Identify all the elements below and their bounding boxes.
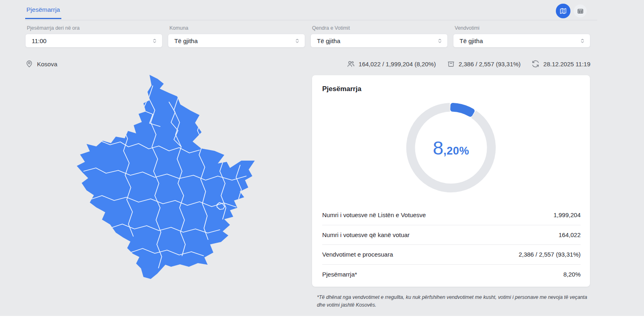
row-value: 2,386 / 2,557 (93,31%) <box>518 251 581 258</box>
row-label: Pjesëmarrja* <box>322 271 357 278</box>
chevron-updown-icon <box>294 37 301 44</box>
refresh-icon <box>531 60 540 68</box>
location-label: Kosova <box>37 61 57 68</box>
stats-table: Numri i votuesve në Listën e Votuesve 1,… <box>322 205 581 284</box>
table-row: Vendvotimet e procesuara 2,386 / 2,557 (… <box>322 245 581 265</box>
map-icon <box>559 7 567 15</box>
filter-vendvotimi-label: Vendvotimi <box>453 25 590 31</box>
vendvotimi-select-value: Të gjitha <box>460 37 483 44</box>
tab-bar: Pjesëmarrja <box>25 0 597 20</box>
filter-hour-label: Pjesëmarrja deri në ora <box>25 25 163 31</box>
table-row: Numri i votuesve që kanë votuar 164,022 <box>322 225 581 245</box>
filter-komuna-label: Komuna <box>168 25 305 31</box>
filter-row: Pjesëmarrja deri në ora 11:00 Komuna Të … <box>25 25 590 48</box>
filter-vendvotimi: Vendvotimi Të gjitha <box>453 25 590 48</box>
hour-select[interactable]: 11:00 <box>25 34 163 48</box>
filter-qendra-label: Qendra e Votimit <box>310 25 448 31</box>
ballot-box-icon <box>447 60 455 68</box>
table-icon <box>577 8 584 15</box>
qendra-select-value: Të gjitha <box>317 37 340 44</box>
table-view-button[interactable] <box>574 4 587 17</box>
participation-dashboard: Pjesëmarrja Pjesëmarrja deri në ora <box>0 0 644 318</box>
komuna-select-value: Të gjitha <box>174 37 198 44</box>
pin-icon <box>25 60 33 68</box>
voters-stat: 164,022 / 1,999,204 (8,20%) <box>347 60 436 68</box>
vendvotimi-select[interactable]: Të gjitha <box>453 34 590 48</box>
card-title: Pjesëmarrja <box>322 85 581 93</box>
filter-komuna: Komuna Të gjitha <box>168 25 305 48</box>
location-indicator: Kosova <box>25 60 57 68</box>
map-view-button[interactable] <box>556 4 570 18</box>
info-bar: Kosova 164,022 / 1,999,204 (8,20%) <box>25 58 590 70</box>
donut-percent-int: 8 <box>433 137 443 159</box>
chevron-updown-icon <box>579 37 586 44</box>
country-shape <box>77 75 255 279</box>
row-value: 8,20% <box>563 271 581 278</box>
row-value: 164,022 <box>559 231 581 238</box>
donut-center-label: 8,20% <box>403 100 499 196</box>
komuna-select[interactable]: Të gjitha <box>168 34 305 48</box>
voters-stat-value: 164,022 / 1,999,204 (8,20%) <box>359 61 436 68</box>
filter-qendra: Qendra e Votimit Të gjitha <box>310 25 448 48</box>
filter-hour: Pjesëmarrja deri në ora 11:00 <box>25 25 163 48</box>
donut-percent-frac: ,20% <box>443 145 469 157</box>
last-update-value: 28.12.2025 11:19 <box>543 61 590 68</box>
stations-stat: 2,386 / 2,557 (93,31%) <box>447 60 521 68</box>
participation-donut-chart: 8,20% <box>403 100 499 196</box>
kosovo-map[interactable] <box>72 74 262 282</box>
hour-select-value: 11:00 <box>32 37 46 44</box>
view-toggle-group <box>556 4 587 18</box>
qendra-select[interactable]: Të gjitha <box>310 34 448 48</box>
bottom-strip <box>0 316 644 318</box>
footnote: *Të dhënat nga vendvotimet e rregullta, … <box>317 294 588 309</box>
row-label: Vendvotimet e procesuara <box>322 251 393 258</box>
last-update: 28.12.2025 11:19 <box>531 60 590 68</box>
row-label: Numri i votuesve në Listën e Votuesve <box>322 211 426 218</box>
summary-stats: 164,022 / 1,999,204 (8,20%) 2,386 / 2,55… <box>347 60 590 68</box>
row-label: Numri i votuesve që kanë votuar <box>322 231 410 238</box>
table-row: Numri i votuesve në Listën e Votuesve 1,… <box>322 205 581 225</box>
stations-stat-value: 2,386 / 2,557 (93,31%) <box>459 61 521 68</box>
tab-pjesemarrja[interactable]: Pjesëmarrja <box>25 0 61 19</box>
table-row: Pjesëmarrja* 8,20% <box>322 265 581 285</box>
chevron-updown-icon <box>151 37 158 44</box>
row-value: 1,999,204 <box>553 211 581 218</box>
users-icon <box>347 60 355 68</box>
chevron-updown-icon <box>436 37 443 44</box>
participation-card: Pjesëmarrja 8,20% Numri i votuesve në Li… <box>312 75 590 287</box>
